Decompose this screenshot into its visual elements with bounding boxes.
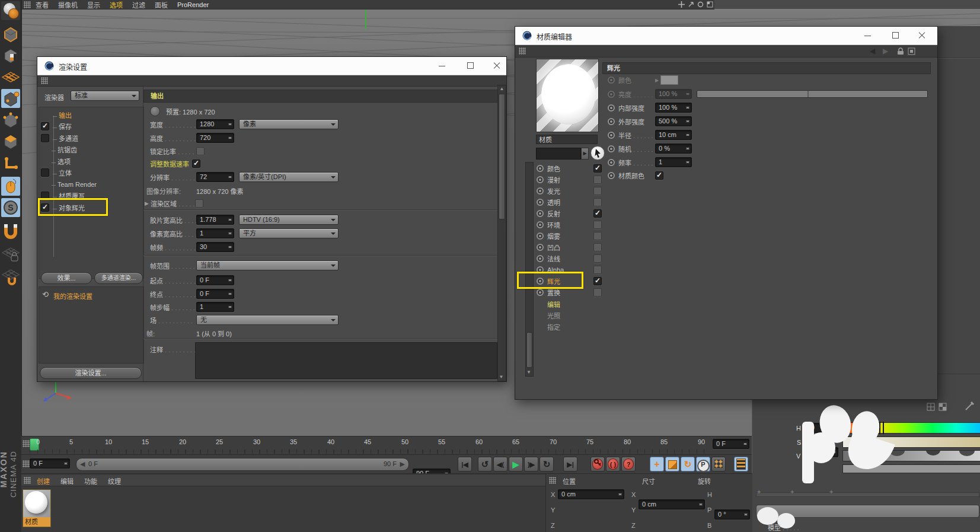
rs-nav-stereo[interactable]: 立体 [40,167,142,178]
outer-strength-field[interactable]: 500 % [655,116,692,126]
hue-marker[interactable] [879,422,884,434]
resolution-unit-dropdown[interactable]: 像素/英寸(DPI) [239,172,339,182]
rs-nav-teamrender[interactable]: Team Render [40,179,142,190]
object-mode-icon[interactable] [1,89,20,108]
annotation-textarea[interactable] [195,342,497,379]
ruler-frame-spinner[interactable]: 0 F [713,439,749,449]
autokey-scale-button[interactable] [665,457,679,472]
workplane-lock-icon[interactable] [1,244,20,263]
menu-view[interactable]: 查看 [36,0,49,9]
rs-nav-output[interactable]: 输出 [40,110,142,120]
field-dropdown[interactable]: 无 [196,315,339,325]
magnet-icon[interactable] [1,222,20,241]
resolution-field[interactable]: 72 [196,172,234,182]
film-aspect-field[interactable]: 1.778 [196,215,234,225]
material-thumbnail[interactable]: 材质 [23,489,51,527]
channel-bump[interactable]: 凹凸 [537,242,602,253]
tick-track[interactable] [756,492,979,497]
my-render-preset[interactable]: 我的渲染设置 [53,291,92,301]
maximize-button[interactable] [465,60,475,71]
channel-reflectance[interactable]: 反射 [537,208,602,219]
minimize-button[interactable] [862,30,873,41]
frame-step-field[interactable]: 1 [196,302,234,312]
rs-nav-options[interactable]: 选项 [40,156,142,167]
menu-camera[interactable]: 摄像机 [58,0,78,9]
minimize-button[interactable] [436,60,447,71]
range-start-spinner[interactable]: 0 F [30,458,70,469]
forward-icon[interactable]: ▶ [883,47,888,55]
material-name-field[interactable]: 材质 [536,135,598,144]
timeline-grip[interactable] [23,440,30,447]
channel-color[interactable]: 颜色 [537,163,602,174]
channel-diffusion[interactable]: 漫射 [537,174,602,185]
expander-icon[interactable]: ▶ [145,200,149,206]
render-settings-button[interactable]: 渲染设置... [40,367,142,379]
scroll-up-icon[interactable]: ▲ [498,85,506,93]
lock-ratio-checkbox[interactable] [196,147,205,155]
rs-scrollbar[interactable]: ▲ ▼ [497,85,506,381]
texture-mode-icon[interactable] [1,46,20,65]
sync-icon[interactable]: ⟲ [42,290,49,299]
width-unit-dropdown[interactable]: 像素 [239,119,339,129]
preset-row[interactable]: 预置: 1280 x 720 [150,106,215,116]
goto-end-button[interactable]: ▶| [563,457,577,472]
rs-nav-save[interactable]: 保存 [40,121,142,132]
controls-grip[interactable] [23,460,30,467]
previous-frame-button[interactable]: ◀( [493,457,507,472]
goto-start-button[interactable]: |◀ [458,457,472,472]
viewport-rotate-icon[interactable] [697,1,704,8]
frame-icon[interactable] [908,47,915,55]
menu-panel[interactable]: 面板 [155,0,168,9]
keyframe-selection-button[interactable] [734,457,748,472]
glow-color-swatch[interactable] [660,75,678,85]
menu-options[interactable]: 选项 [110,0,123,9]
texture-path-field[interactable] [536,148,581,160]
eyedropper-icon[interactable] [965,402,974,411]
workplane-snap-icon[interactable] [1,267,20,286]
pixel-aspect-field[interactable]: 1 [196,228,234,238]
me-grip[interactable] [519,47,526,55]
me-left-scrollbar[interactable]: ▼ [525,162,534,377]
point-mode-icon[interactable] [1,110,20,129]
snap-s-icon[interactable]: S [1,198,20,217]
coordinates-grip[interactable] [549,477,556,484]
mm-menu-texture[interactable]: 纹理 [108,476,121,486]
play-loop-button[interactable]: ↻ [540,457,554,472]
keyframe-record-button[interactable] [590,457,605,472]
start-field[interactable]: 0 F [196,275,234,285]
maximize-button[interactable] [890,30,901,41]
renderer-dropdown[interactable]: 标准 [71,91,139,101]
viewport-pan-icon[interactable] [678,1,685,8]
mm-menu-create[interactable]: 创建 [37,476,50,486]
channel-environment[interactable]: 环境 [537,219,602,230]
height-field[interactable]: 720 [196,133,234,143]
scroll-down-icon[interactable]: ▼ [526,369,532,376]
frame-range-dropdown[interactable]: 当前帧 [196,260,339,270]
record-help-button[interactable]: ? [621,457,636,472]
material-preview[interactable] [536,59,599,132]
record-objects-button[interactable]: ( ) [606,457,620,472]
inner-strength-field[interactable]: 100 % [655,103,692,113]
range-slider-right-arrow[interactable]: ▶ [400,460,405,468]
page-illumination[interactable]: 光照 [547,311,560,320]
width-field[interactable]: 1280 [196,119,234,129]
size-x-field[interactable]: 0 cm [639,499,705,509]
model-mode-icon[interactable] [1,25,20,44]
brightness-slider[interactable] [697,90,928,98]
play-button[interactable]: ▶ [509,457,523,472]
position-x-field[interactable]: 0 cm [558,489,624,499]
radius-field[interactable]: 10 cm [655,130,692,140]
effects-button[interactable]: 效果... [41,272,92,284]
channel-transparency[interactable]: 透明 [537,197,602,208]
page-editor[interactable]: 编辑 [547,300,560,309]
texture-pick-button[interactable] [590,146,605,160]
rs-grip[interactable] [41,77,48,84]
texture-checker-icon[interactable] [938,403,947,411]
page-assign[interactable]: 指定 [547,322,560,332]
autokey-rotation-button[interactable]: ↻ [681,457,695,472]
autokey-pla-button[interactable] [711,457,726,472]
fps-field[interactable]: 30 [196,242,234,252]
menu-grip[interactable] [24,1,31,8]
close-button[interactable] [491,60,502,71]
render-settings-titlebar[interactable]: 渲染设置 [37,57,506,75]
